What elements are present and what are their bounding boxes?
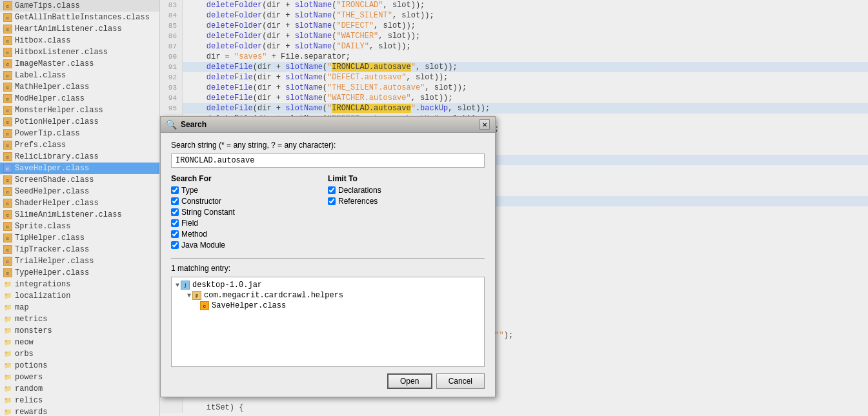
tree-item-monsterhelper[interactable]: c MonsterHelper.class <box>0 104 159 116</box>
java-module-checkbox[interactable] <box>171 241 179 249</box>
class-icon: c <box>3 210 13 220</box>
class-icon: c <box>3 24 13 34</box>
jar-icon: j <box>181 281 190 290</box>
expand-icon: ▼ <box>187 292 191 299</box>
code-line-94: 94 deleteFile(dir + slotName("WATCHER.au… <box>160 93 868 103</box>
tree-item-neow[interactable]: 📁 neow <box>0 337 159 348</box>
code-line-95: 95 deleteFile(dir + slotName("IRONCLAD.a… <box>160 103 868 114</box>
tree-item-integrations[interactable]: 📁 integrations <box>0 279 159 290</box>
class-icon: c <box>3 175 13 185</box>
folder-icon: 📁 <box>3 407 13 416</box>
tree-item-localization[interactable]: 📁 localization <box>0 290 159 302</box>
search-for-label: Search For <box>171 174 328 183</box>
method-checkbox[interactable] <box>171 230 179 238</box>
references-checkbox[interactable] <box>328 197 336 205</box>
code-line-90: 90 dir = "saves" + File.separator; <box>160 52 868 62</box>
tree-item-label[interactable]: c Label.class <box>0 70 159 81</box>
tree-item-monsters[interactable]: 📁 monsters <box>0 325 159 337</box>
constructor-checkbox[interactable] <box>171 197 179 205</box>
class-icon: c <box>3 105 13 115</box>
tree-item-screenshade[interactable]: c ScreenShade.class <box>0 174 159 186</box>
code-line-91: 91 deleteFile(dir + slotName("IRONCLAD.a… <box>160 62 868 72</box>
tree-item-powers[interactable]: 📁 powers <box>0 371 159 383</box>
tree-item-tiphelper[interactable]: c TipHelper.class <box>0 232 159 244</box>
tree-item-rewards[interactable]: 📁 rewards <box>0 406 159 416</box>
tree-item-relics[interactable]: 📁 relics <box>0 395 159 406</box>
class-icon: c <box>3 163 13 173</box>
constructor-label: Constructor <box>181 197 221 206</box>
code-line-87: 87 deleteFolder(dir + slotName("DAILY", … <box>160 41 868 52</box>
tree-item-getall[interactable]: c GetAllInBattleInstances.class <box>0 12 159 23</box>
tree-item-savehelper[interactable]: c SaveHelper.class <box>0 163 159 174</box>
class-icon: c <box>3 140 13 150</box>
cancel-button[interactable]: Cancel <box>436 373 485 389</box>
tree-item-reliclibrary[interactable]: c RelicLibrary.class <box>0 151 159 163</box>
class-icon: c <box>3 82 13 92</box>
class-icon: c <box>3 70 13 81</box>
class-icon: c <box>3 47 13 57</box>
tree-item-orbs[interactable]: 📁 orbs <box>0 348 159 360</box>
tree-item-shaderhelper[interactable]: c ShaderHelper.class <box>0 197 159 209</box>
field-checkbox[interactable] <box>171 219 179 227</box>
close-button[interactable]: ✕ <box>479 119 490 130</box>
match-count: 1 matching entry: <box>171 264 485 273</box>
package-icon: p <box>192 291 201 300</box>
folder-icon: 📁 <box>3 372 13 382</box>
method-label: Method <box>181 230 207 239</box>
result-class-item[interactable]: c SaveHelper.class <box>174 301 481 311</box>
tree-item-gametips[interactable]: c GameTips.class <box>0 0 159 12</box>
tree-item-metrics[interactable]: 📁 metrics <box>0 313 159 325</box>
string-constant-checkbox[interactable] <box>171 208 179 216</box>
folder-icon: 📁 <box>3 314 13 324</box>
result-jar-item[interactable]: ▼ j desktop-1.0.jar <box>174 280 481 290</box>
type-checkbox-row: Type <box>171 186 328 195</box>
code-line-86: 86 deleteFolder(dir + slotName("WATCHER"… <box>160 31 868 41</box>
tree-item-trialhelper[interactable]: c TrialHelper.class <box>0 255 159 267</box>
result-package-item[interactable]: ▼ p com.megacrit.cardcrawl.helpers <box>174 290 481 301</box>
folder-icon: 📁 <box>3 395 13 406</box>
result-tree[interactable]: ▼ j desktop-1.0.jar ▼ p com.megacrit.car… <box>171 277 485 367</box>
tree-item-potionhelper[interactable]: c PotionHelper.class <box>0 116 159 128</box>
tree-item-potions[interactable]: 📁 potions <box>0 360 159 371</box>
code-line-83: 83 deleteFolder(dir + slotName("IRONCLAD… <box>160 0 868 10</box>
string-constant-checkbox-row: String Constant <box>171 208 328 217</box>
class-icon: c <box>3 244 13 255</box>
declarations-checkbox[interactable] <box>328 186 336 194</box>
tree-item-random[interactable]: 📁 random <box>0 383 159 395</box>
tree-item-map[interactable]: 📁 map <box>0 302 159 313</box>
tree-item-modhelper[interactable]: c ModHelper.class <box>0 93 159 104</box>
tree-item-powertip[interactable]: c PowerTip.class <box>0 128 159 139</box>
folder-icon: 📁 <box>3 384 13 394</box>
package-label: com.megacrit.cardcrawl.helpers <box>204 291 343 300</box>
class-icon: c <box>3 256 13 266</box>
search-options: Search For Type Constructor String Const… <box>171 174 485 252</box>
class-icon: c <box>3 152 13 162</box>
tree-item-prefs[interactable]: c Prefs.class <box>0 139 159 151</box>
class-file-label: SaveHelper.class <box>212 301 286 310</box>
jar-label: desktop-1.0.jar <box>192 281 262 290</box>
tree-item-slimeanim[interactable]: c SlimeAnimListener.class <box>0 209 159 221</box>
limit-to-label: Limit To <box>328 174 485 183</box>
dialog-title: 🔍 Search <box>166 119 207 130</box>
tree-item-mathhelper[interactable]: c MathHelper.class <box>0 81 159 93</box>
search-input[interactable] <box>171 154 485 168</box>
class-icon: c <box>3 35 13 46</box>
tree-item-sprite[interactable]: c Sprite.class <box>0 221 159 232</box>
tree-item-imagemaster[interactable]: c ImageMaster.class <box>0 58 159 70</box>
tree-item-heartanim[interactable]: c HeartAnimListener.class <box>0 23 159 35</box>
open-button[interactable]: Open <box>387 373 432 389</box>
tree-item-seedhelper[interactable]: c SeedHelper.class <box>0 186 159 197</box>
code-line-itset: itSet) { <box>160 402 868 413</box>
tree-item-hitbox[interactable]: c Hitbox.class <box>0 35 159 46</box>
code-line-93: 93 deleteFile(dir + slotName("THE_SILENT… <box>160 83 868 93</box>
field-label: Field <box>181 219 198 228</box>
tree-item-typehelper[interactable]: c TypeHelper.class <box>0 267 159 279</box>
class-icon: c <box>3 128 13 139</box>
search-icon: 🔍 <box>166 119 177 130</box>
tree-item-hitboxlistener[interactable]: c HitboxListener.class <box>0 46 159 58</box>
folder-icon: 📁 <box>3 291 13 301</box>
type-checkbox[interactable] <box>171 186 179 194</box>
tree-item-tiptracker[interactable]: c TipTracker.class <box>0 244 159 255</box>
declarations-checkbox-row: Declarations <box>328 186 485 195</box>
class-icon: c <box>3 233 13 243</box>
